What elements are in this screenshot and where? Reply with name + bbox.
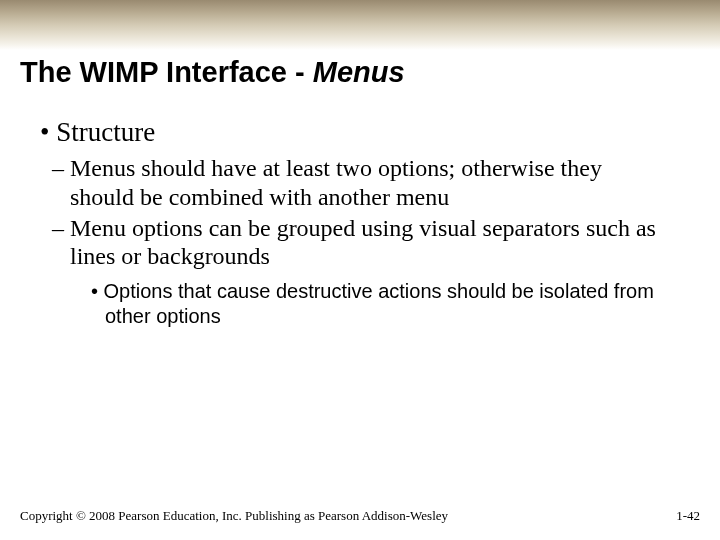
title-main: The WIMP Interface -	[20, 56, 313, 88]
bullet-level3: • Options that cause destructive actions…	[20, 279, 700, 329]
slide-footer: Copyright © 2008 Pearson Education, Inc.…	[0, 508, 720, 524]
slide-content: • Structure – Menus should have at least…	[0, 99, 720, 329]
page-number: 1-42	[676, 508, 700, 524]
bullet-level2-a: – Menus should have at least two options…	[20, 154, 700, 212]
header-gradient-band	[0, 0, 720, 50]
title-italic: Menus	[313, 56, 405, 88]
bullet-level2-b: – Menu options can be grouped using visu…	[20, 214, 700, 272]
slide-title: The WIMP Interface - Menus	[0, 50, 720, 99]
copyright-text: Copyright © 2008 Pearson Education, Inc.…	[20, 508, 448, 524]
bullet-level1: • Structure	[20, 117, 700, 148]
